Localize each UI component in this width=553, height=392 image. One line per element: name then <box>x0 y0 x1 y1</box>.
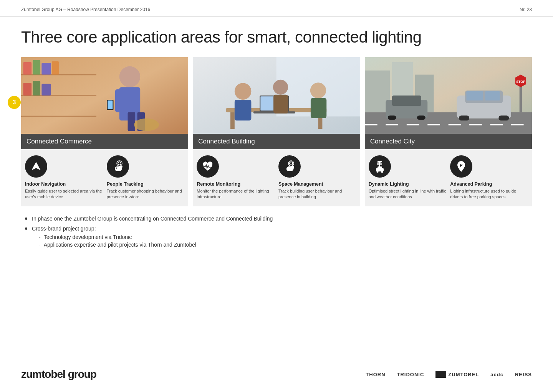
building-header: Connected Building <box>193 134 360 149</box>
column-city: STOP Connected City <box>365 57 532 206</box>
svg-rect-14 <box>115 89 124 112</box>
svg-rect-11 <box>41 84 51 96</box>
lighting-icon <box>369 155 391 178</box>
svg-rect-18 <box>108 100 113 109</box>
svg-marker-20 <box>31 162 41 170</box>
zumtobel-square-icon <box>435 371 446 378</box>
space-management-desc: Track building user behaviour and presen… <box>278 188 356 200</box>
monitoring-icon <box>197 155 219 178</box>
number-badge: 3 <box>8 96 21 109</box>
building-features: Remote Monitoring Monitor the performanc… <box>193 149 360 206</box>
footer: zumtobel group THORN TRIDONIC ZUMTOBEL a… <box>21 368 532 380</box>
svg-rect-5 <box>23 62 31 75</box>
sub-bullet-text-1: Applications expertise and pilot project… <box>44 242 196 248</box>
svg-rect-7 <box>41 63 51 74</box>
sub-dash-1: - <box>39 242 41 248</box>
svg-rect-15 <box>128 112 136 131</box>
footer-brands: THORN TRIDONIC ZUMTOBEL acdc REISS <box>366 371 532 378</box>
svg-rect-55 <box>388 115 396 120</box>
people-tracking-title: People Tracking <box>107 181 144 187</box>
svg-rect-50 <box>498 115 509 120</box>
space-icon <box>278 155 301 178</box>
bullet-item-1: Cross-brand project group: - Technology … <box>25 226 532 249</box>
svg-point-37 <box>310 82 326 98</box>
indoor-nav-title: Indoor Navigation <box>25 181 66 187</box>
feature-remote-monitoring: Remote Monitoring Monitor the performanc… <box>197 155 275 200</box>
space-management-title: Space Management <box>278 181 323 187</box>
header-label: Zumtobel Group AG – Roadshow Presentatio… <box>21 7 150 12</box>
feature-people-tracking: People Tracking Track customer shopping … <box>107 155 185 200</box>
sub-bullet-text-0: Technology development via Tridonic <box>44 234 132 240</box>
svg-rect-52 <box>485 91 500 100</box>
advanced-parking-title: Advanced Parking <box>450 181 492 187</box>
city-header: Connected City <box>365 134 532 149</box>
svg-text:P: P <box>460 163 463 168</box>
bullet-item-0: In phase one the Zumtobel Group is conce… <box>25 216 532 222</box>
svg-rect-63 <box>377 166 382 170</box>
svg-point-39 <box>290 162 293 165</box>
svg-point-21 <box>118 162 121 165</box>
commerce-header: Connected Commerce <box>21 134 188 149</box>
commerce-features: Indoor Navigation Easily guide user to s… <box>21 149 188 206</box>
footer-logo: zumtobel group <box>21 368 96 380</box>
svg-rect-49 <box>459 115 469 120</box>
main-content: Three core application areas for smart, … <box>0 16 553 261</box>
indoor-nav-desc: Easily guide user to selected area via t… <box>25 188 103 200</box>
brand-tridonic: TRIDONIC <box>397 372 424 377</box>
svg-point-19 <box>134 119 159 131</box>
svg-point-12 <box>119 66 140 87</box>
column-commerce: Connected Commerce Indoor Navigation Eas… <box>21 57 188 206</box>
tracking-icon <box>107 155 129 178</box>
svg-rect-51 <box>466 91 483 100</box>
dynamic-lighting-title: Dynamic Lighting <box>369 181 409 187</box>
sub-bullet-0: - Technology development via Tridonic <box>39 234 196 240</box>
column-building: Connected Building Remote Monitoring <box>193 57 360 206</box>
feature-dynamic-lighting: Dynamic Lighting Optimised street lighti… <box>369 155 447 200</box>
svg-rect-9 <box>23 83 31 96</box>
svg-text:STOP: STOP <box>516 80 525 84</box>
svg-rect-38 <box>311 98 326 118</box>
svg-rect-56 <box>417 115 426 120</box>
brand-thorn: THORN <box>366 372 385 377</box>
svg-rect-10 <box>33 81 40 96</box>
columns-container: Connected Commerce Indoor Navigation Eas… <box>21 57 532 206</box>
navigation-icon <box>25 155 47 178</box>
city-features: Dynamic Lighting Optimised street lighti… <box>365 149 532 206</box>
svg-rect-54 <box>392 96 421 106</box>
brand-zumtobel: ZUMTOBEL <box>435 371 479 378</box>
feature-indoor-nav: Indoor Navigation Easily guide user to s… <box>25 155 103 200</box>
slide: Zumtobel Group AG – Roadshow Presentatio… <box>0 0 553 392</box>
bullet-dot-1 <box>25 227 27 230</box>
svg-rect-28 <box>230 112 235 129</box>
header-page: Nr. 23 <box>520 7 532 12</box>
parking-icon: P <box>450 155 472 178</box>
brand-acdc: acdc <box>490 372 503 377</box>
bullets-section: In phase one the Zumtobel Group is conce… <box>21 216 532 249</box>
header-bar: Zumtobel Group AG – Roadshow Presentatio… <box>0 0 553 16</box>
sub-dash-0: - <box>39 234 41 240</box>
building-image <box>193 57 360 134</box>
svg-rect-36 <box>273 95 288 114</box>
remote-monitoring-desc: Monitor the performance of the lighting … <box>197 188 275 200</box>
feature-advanced-parking: P Advanced Parking Lighing infrastructur… <box>450 155 528 200</box>
brand-reiss: REISS <box>515 372 532 377</box>
bullet-text-0: In phase one the Zumtobel Group is conce… <box>32 216 273 222</box>
commerce-image <box>21 57 188 134</box>
feature-space-management: Space Management Track building user beh… <box>278 155 356 200</box>
advanced-parking-desc: Lighing infrastructure used to guide dri… <box>450 188 528 200</box>
dynamic-lighting-desc: Optimised street lighting in line with t… <box>369 188 447 200</box>
sub-bullets-1: - Technology development via Tridonic - … <box>39 234 196 248</box>
people-tracking-desc: Track customer shopping behaviour and pr… <box>107 188 185 200</box>
city-image: STOP <box>365 57 532 134</box>
bullet-text-1: Cross-brand project group: <box>32 226 96 232</box>
svg-rect-6 <box>33 60 40 74</box>
svg-rect-34 <box>235 100 252 120</box>
bullet-dot-0 <box>25 217 27 220</box>
slide-title: Three core application areas for smart, … <box>21 28 532 46</box>
sub-bullet-1: - Applications expertise and pilot proje… <box>39 242 196 248</box>
bullet-content-1: Cross-brand project group: - Technology … <box>32 226 196 249</box>
svg-point-33 <box>235 83 252 100</box>
svg-point-35 <box>273 80 288 95</box>
svg-rect-8 <box>52 61 59 75</box>
remote-monitoring-title: Remote Monitoring <box>197 181 240 187</box>
